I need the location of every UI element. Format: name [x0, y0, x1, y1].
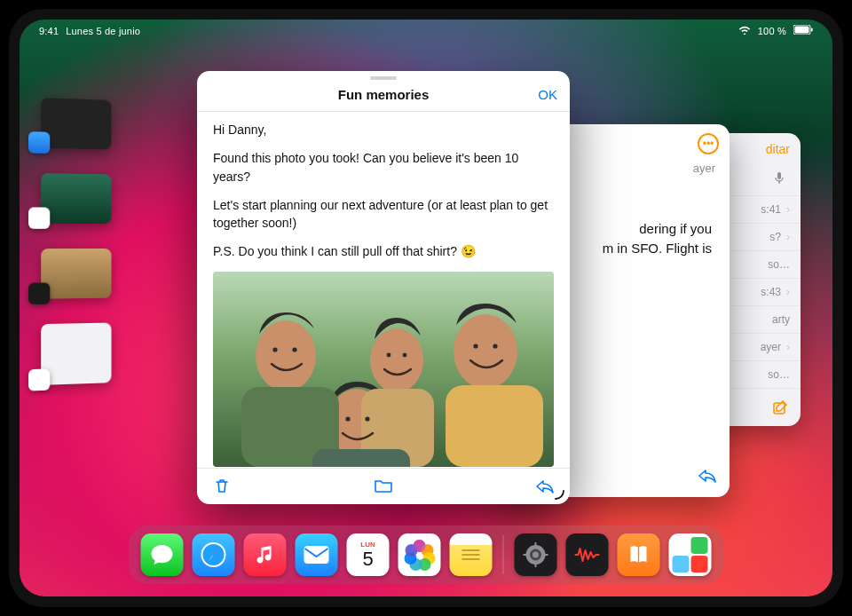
- mail-title: Fun memories: [338, 87, 430, 102]
- stage-item[interactable]: [41, 98, 111, 149]
- compose-button[interactable]: [769, 396, 792, 419]
- dock-app-calendar[interactable]: LUN 5: [347, 533, 390, 576]
- svg-rect-36: [535, 542, 537, 547]
- chevron-right-icon: ›: [786, 203, 790, 216]
- reply-button[interactable]: [698, 467, 717, 486]
- svg-point-9: [454, 314, 517, 389]
- svg-point-19: [473, 344, 477, 348]
- svg-point-16: [292, 347, 296, 351]
- svg-point-22: [365, 416, 369, 421]
- svg-point-18: [403, 352, 407, 357]
- battery-icon: [793, 25, 813, 36]
- safari-icon: [28, 131, 50, 154]
- calendar-day: 5: [362, 549, 373, 569]
- svg-rect-29: [304, 546, 329, 564]
- status-bar: 9:41 Lunes 5 de junio 100 %: [20, 25, 832, 36]
- svg-point-35: [532, 552, 539, 558]
- dock-separator: [503, 535, 504, 574]
- status-time: 9:41: [39, 26, 59, 36]
- svg-rect-3: [777, 172, 781, 179]
- stage-item[interactable]: [41, 173, 111, 224]
- chevron-right-icon: ›: [786, 231, 790, 243]
- mail-paragraph: P.S. Do you think I can still pull off t…: [213, 242, 554, 260]
- mail-body: Hi Danny, Found this photo you took! Can…: [197, 112, 570, 468]
- wifi-icon: [738, 25, 751, 36]
- screen: 9:41 Lunes 5 de junio 100 %: [20, 20, 832, 596]
- photos-icon: [406, 541, 433, 568]
- ok-button[interactable]: OK: [538, 87, 557, 102]
- svg-point-21: [345, 416, 350, 421]
- music-icon: [28, 368, 50, 391]
- dock-app-photos[interactable]: [398, 533, 441, 576]
- mic-icon: [769, 169, 790, 188]
- mail-window[interactable]: Fun memories OK Hi Danny, Found this pho…: [197, 71, 570, 504]
- svg-rect-12: [446, 385, 543, 467]
- dock-app-mail[interactable]: [296, 533, 338, 576]
- svg-rect-37: [535, 563, 537, 567]
- svg-rect-1: [795, 27, 809, 34]
- mail-greeting: Hi Danny,: [213, 121, 554, 138]
- stage-manager-strip: [41, 98, 137, 385]
- mail-paragraph: Found this photo you took! Can you belie…: [213, 149, 554, 186]
- dock: LUN 5: [129, 525, 724, 584]
- svg-point-20: [493, 344, 497, 348]
- svg-rect-2: [811, 28, 813, 32]
- svg-rect-39: [544, 554, 548, 556]
- dock-app-safari[interactable]: [193, 533, 235, 576]
- more-button[interactable]: •••: [698, 133, 719, 154]
- resize-handle[interactable]: [552, 486, 566, 501]
- ipad-frame: 9:41 Lunes 5 de junio 100 %: [9, 9, 843, 607]
- dock-app-library[interactable]: [669, 533, 712, 576]
- stage-item[interactable]: [41, 249, 111, 299]
- svg-rect-38: [524, 554, 528, 556]
- svg-point-17: [387, 352, 391, 357]
- dock-app-settings[interactable]: [515, 533, 557, 576]
- status-date: Lunes 5 de junio: [66, 26, 140, 36]
- edit-button[interactable]: ditar: [766, 142, 790, 156]
- mail-nav: Fun memories OK: [197, 80, 570, 112]
- attached-photo[interactable]: [213, 272, 554, 467]
- dock-app-music[interactable]: [244, 533, 287, 576]
- svg-point-15: [272, 347, 277, 351]
- mail-paragraph: Let's start planning our next adventure …: [213, 196, 554, 233]
- dock-app-notes[interactable]: [450, 533, 493, 576]
- trash-button[interactable]: [211, 476, 233, 495]
- stage-item[interactable]: [41, 323, 111, 385]
- dock-app-messages[interactable]: [141, 533, 184, 576]
- dock-app-books[interactable]: [618, 533, 660, 576]
- app-library-icon: [673, 537, 708, 573]
- folder-button[interactable]: [373, 476, 394, 495]
- tv-icon: [28, 282, 50, 304]
- chevron-right-icon: ›: [786, 341, 790, 353]
- mail-toolbar: [197, 468, 570, 504]
- svg-rect-14: [312, 449, 410, 467]
- svg-point-8: [370, 328, 423, 392]
- chevron-right-icon: ›: [786, 286, 790, 298]
- battery-text: 100 %: [758, 26, 786, 36]
- dock-app-voice-memos[interactable]: [566, 533, 609, 576]
- photos-icon: [28, 207, 50, 228]
- svg-point-7: [256, 320, 316, 391]
